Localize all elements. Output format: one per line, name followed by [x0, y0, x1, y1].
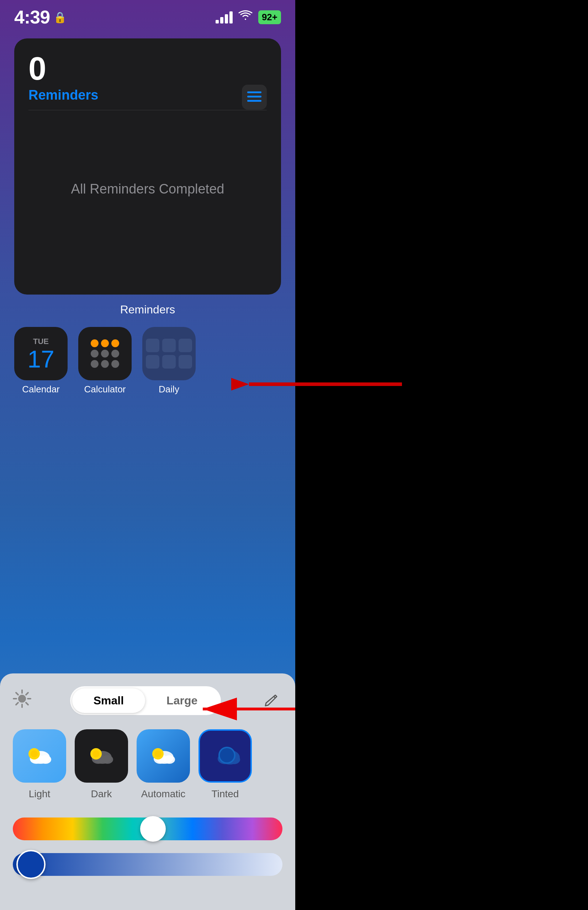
daily-icon[interactable]	[142, 327, 195, 380]
sat-slider-track[interactable]	[13, 853, 283, 876]
lock-icon: 🔒	[53, 11, 66, 23]
bottom-sheet: Small Large	[0, 673, 295, 910]
svg-point-22	[102, 755, 113, 764]
daily-mini	[179, 339, 192, 352]
svg-point-17	[40, 755, 51, 764]
daily-app-item[interactable]: Daily	[142, 327, 195, 395]
auto-style-icon[interactable]	[137, 729, 190, 782]
widget-divider	[29, 110, 267, 110]
reminders-widget[interactable]: 0 Reminders All Reminders Completed	[14, 39, 281, 294]
status-time: 4:39	[14, 6, 50, 28]
svg-point-27	[164, 755, 175, 764]
widget-title: Reminders	[29, 87, 267, 103]
tinted-style-label: Tinted	[212, 788, 239, 800]
widget-label: Reminders	[0, 303, 295, 316]
calc-dot	[91, 360, 99, 368]
auto-style-label: Automatic	[141, 788, 186, 800]
signal-bar-1	[216, 20, 219, 23]
svg-point-34	[220, 748, 234, 762]
sat-slider-wrap	[13, 853, 283, 876]
right-black-area	[295, 0, 588, 910]
svg-line-14	[274, 697, 275, 698]
calc-dot	[111, 350, 119, 357]
calculator-icon[interactable]	[78, 327, 132, 380]
dark-style-label: Dark	[91, 788, 112, 800]
pencil-button[interactable]	[260, 689, 283, 712]
small-size-button[interactable]: Small	[72, 689, 145, 713]
sat-slider-thumb[interactable]	[16, 850, 45, 879]
widget-count: 0	[29, 53, 267, 85]
svg-line-12	[26, 693, 28, 695]
large-size-button[interactable]: Large	[145, 689, 219, 713]
svg-point-5	[18, 695, 26, 702]
daily-mini	[146, 355, 159, 369]
style-option-dark[interactable]: Dark	[75, 729, 128, 800]
svg-point-19	[31, 750, 38, 757]
svg-point-24	[92, 750, 100, 757]
svg-line-10	[16, 693, 18, 695]
calc-dot	[111, 360, 119, 368]
signal-bar-3	[225, 14, 228, 23]
style-options: Light Dark	[13, 729, 283, 800]
calculator-app-item[interactable]: Calculator	[78, 327, 132, 395]
svg-line-11	[26, 703, 28, 705]
color-slider-thumb[interactable]	[140, 816, 166, 842]
battery-badge: 92+	[258, 10, 281, 24]
daily-mini	[146, 339, 159, 352]
daily-mini	[162, 355, 176, 369]
widget-list-icon[interactable]	[242, 85, 267, 110]
brightness-icon	[13, 689, 31, 712]
daily-mini	[162, 339, 176, 352]
tinted-style-icon[interactable]	[199, 729, 252, 782]
style-option-light[interactable]: Light	[13, 729, 66, 800]
calc-dot	[101, 339, 109, 347]
calc-dot	[91, 339, 99, 347]
red-arrow-container	[231, 363, 409, 407]
calc-dot	[111, 339, 119, 347]
calc-dot	[101, 360, 109, 368]
calendar-app-item[interactable]: TUE 17 Calendar	[14, 327, 68, 395]
calendar-app-label: Calendar	[22, 384, 60, 395]
daily-mini	[179, 355, 192, 369]
light-style-icon[interactable]	[13, 729, 66, 782]
calc-dot	[91, 350, 99, 357]
svg-point-29	[154, 750, 162, 757]
dark-style-icon[interactable]	[75, 729, 128, 782]
daily-app-label: Daily	[159, 384, 179, 395]
style-option-tinted[interactable]: Tinted	[199, 729, 252, 800]
signal-bar-4	[229, 11, 233, 23]
status-icons: 92+	[216, 10, 281, 24]
calculator-app-label: Calculator	[84, 384, 126, 395]
calendar-icon[interactable]: TUE 17	[14, 327, 68, 380]
light-style-label: Light	[29, 788, 50, 800]
color-slider-wrap	[13, 818, 283, 840]
svg-line-13	[16, 703, 18, 705]
wifi-icon	[238, 10, 252, 24]
calendar-day-number: 17	[27, 347, 55, 371]
svg-rect-2	[247, 100, 262, 102]
widget-message: All Reminders Completed	[29, 181, 267, 197]
phone-screen: 4:39 🔒 92+ 0 Remind	[0, 0, 295, 910]
size-segment-control[interactable]: Small Large	[70, 686, 221, 715]
color-slider-track[interactable]	[13, 818, 283, 840]
signal-bar-2	[220, 17, 223, 23]
calc-dot	[101, 350, 109, 357]
bottom-sheet-header: Small Large	[13, 686, 283, 715]
svg-rect-1	[247, 96, 262, 97]
calc-grid	[86, 335, 124, 373]
style-option-auto[interactable]: Automatic	[137, 729, 190, 800]
svg-rect-0	[247, 91, 262, 93]
signal-bars	[216, 11, 233, 23]
status-bar: 4:39 🔒 92+	[0, 0, 295, 31]
